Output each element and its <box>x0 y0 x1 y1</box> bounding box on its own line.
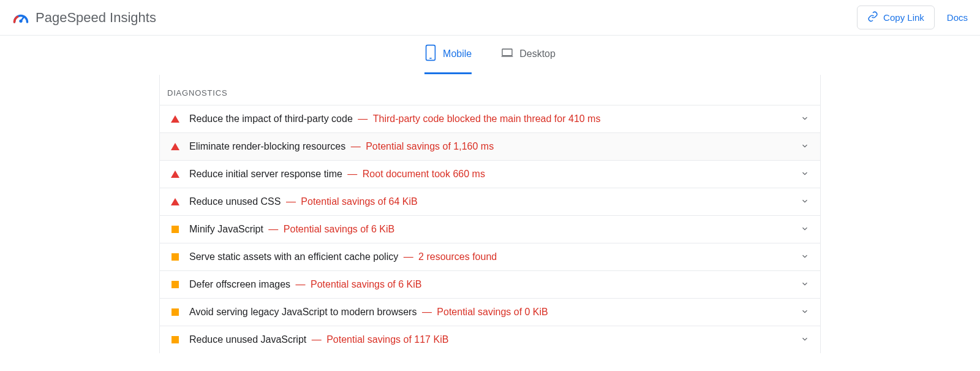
diagnostic-row[interactable]: Reduce the impact of third-party code — … <box>160 105 820 132</box>
diagnostic-text: Serve static assets with an efficient ca… <box>189 251 497 262</box>
header-left: PageSpeed Insights <box>12 9 156 26</box>
copy-link-label: Copy Link <box>883 12 924 23</box>
diagnostic-separator: — <box>293 279 308 289</box>
chevron-down-icon <box>801 252 809 262</box>
fail-triangle-icon <box>171 142 179 151</box>
desktop-icon <box>501 44 513 64</box>
chevron-down-icon <box>801 114 809 124</box>
diagnostic-text: Reduce unused JavaScript — Potential sav… <box>189 334 448 345</box>
fail-triangle-icon <box>171 197 179 206</box>
docs-link[interactable]: Docs <box>947 12 968 23</box>
diagnostic-text: Reduce initial server response time — Ro… <box>189 169 485 180</box>
warn-square-icon <box>171 225 179 234</box>
chevron-down-icon <box>801 197 809 207</box>
content-wrap: DIAGNOSTICS Reduce the impact of third-p… <box>0 75 980 353</box>
diagnostic-detail: 2 resources found <box>418 251 497 262</box>
fail-triangle-icon <box>171 115 179 123</box>
diagnostic-separator: — <box>309 334 324 345</box>
diagnostic-title: Minify JavaScript <box>189 224 263 234</box>
diagnostic-title: Avoid serving legacy JavaScript to moder… <box>189 307 417 317</box>
diagnostic-text: Defer offscreen images — Potential savin… <box>189 279 421 290</box>
chevron-down-icon <box>801 280 809 290</box>
device-tabs: Mobile Desktop <box>0 36 980 75</box>
diagnostics-list: Reduce the impact of third-party code — … <box>160 105 820 353</box>
diagnostic-text: Avoid serving legacy JavaScript to moder… <box>189 307 548 318</box>
chevron-down-icon <box>801 335 809 345</box>
diagnostic-text: Minify JavaScript — Potential savings of… <box>189 224 394 235</box>
tab-mobile[interactable]: Mobile <box>424 44 472 74</box>
diagnostic-text: Reduce the impact of third-party code — … <box>189 113 600 124</box>
diagnostic-detail: Third-party code blocked the main thread… <box>373 113 601 124</box>
warn-square-icon <box>171 280 179 289</box>
diagnostic-detail: Potential savings of 64 KiB <box>301 196 417 207</box>
fail-triangle-icon <box>171 170 179 178</box>
warn-square-icon <box>171 253 179 261</box>
diagnostic-row-left: Serve static assets with an efficient ca… <box>171 251 497 262</box>
diagnostic-title: Reduce initial server response time <box>189 169 342 179</box>
warn-square-icon <box>171 335 179 344</box>
diagnostic-row[interactable]: Reduce unused CSS — Potential savings of… <box>160 188 820 215</box>
diagnostic-row[interactable]: Avoid serving legacy JavaScript to moder… <box>160 298 820 326</box>
pagespeed-logo-icon <box>12 9 29 26</box>
diagnostic-text: Eliminate render-blocking resources — Po… <box>189 141 494 152</box>
diagnostic-separator: — <box>266 224 281 234</box>
tab-mobile-label: Mobile <box>443 48 472 59</box>
app-header: PageSpeed Insights Copy Link Docs <box>0 0 980 36</box>
diagnostic-detail: Potential savings of 6 KiB <box>311 279 421 289</box>
diagnostic-separator: — <box>355 113 371 124</box>
diagnostics-panel: DIAGNOSTICS Reduce the impact of third-p… <box>159 75 821 353</box>
diagnostic-separator: — <box>419 307 434 317</box>
diagnostic-row-left: Defer offscreen images — Potential savin… <box>171 279 421 290</box>
diagnostic-row[interactable]: Serve static assets with an efficient ca… <box>160 243 820 270</box>
diagnostic-row[interactable]: Defer offscreen images — Potential savin… <box>160 270 820 298</box>
diagnostic-detail: Potential savings of 6 KiB <box>284 224 394 234</box>
diagnostic-detail: Potential savings of 1,160 ms <box>366 141 494 151</box>
tab-desktop[interactable]: Desktop <box>501 44 556 74</box>
diagnostic-title: Reduce unused JavaScript <box>189 334 306 345</box>
diagnostic-title: Serve static assets with an efficient ca… <box>189 251 398 262</box>
link-icon <box>867 11 878 24</box>
diagnostic-separator: — <box>283 196 298 207</box>
diagnostic-title: Reduce unused CSS <box>189 196 281 207</box>
diagnostic-row[interactable]: Reduce unused JavaScript — Potential sav… <box>160 326 820 353</box>
svg-line-1 <box>21 17 24 21</box>
diagnostic-row-left: Minify JavaScript — Potential savings of… <box>171 224 394 235</box>
diagnostic-title: Defer offscreen images <box>189 279 290 289</box>
tab-desktop-label: Desktop <box>519 48 556 59</box>
diagnostic-separator: — <box>401 251 416 262</box>
chevron-down-icon <box>801 169 809 180</box>
diagnostic-detail: Potential savings of 0 KiB <box>437 307 548 317</box>
header-right: Copy Link Docs <box>857 6 968 29</box>
svg-rect-4 <box>502 49 512 56</box>
chevron-down-icon <box>801 224 809 235</box>
diagnostic-text: Reduce unused CSS — Potential savings of… <box>189 196 418 207</box>
diagnostic-detail: Root document took 660 ms <box>363 169 485 179</box>
chevron-down-icon <box>801 307 809 318</box>
app-title: PageSpeed Insights <box>36 10 156 26</box>
diagnostic-title: Eliminate render-blocking resources <box>189 141 345 151</box>
diagnostic-row[interactable]: Eliminate render-blocking resources — Po… <box>160 132 820 160</box>
diagnostic-row-left: Reduce unused CSS — Potential savings of… <box>171 196 418 207</box>
diagnostic-separator: — <box>348 141 363 151</box>
diagnostic-row[interactable]: Minify JavaScript — Potential savings of… <box>160 215 820 243</box>
diagnostic-row-left: Reduce initial server response time — Ro… <box>171 169 485 180</box>
diagnostic-row-left: Reduce the impact of third-party code — … <box>171 113 600 124</box>
diagnostic-detail: Potential savings of 117 KiB <box>326 334 448 345</box>
diagnostic-row-left: Eliminate render-blocking resources — Po… <box>171 141 494 152</box>
section-title: DIAGNOSTICS <box>160 75 820 105</box>
diagnostic-row-left: Reduce unused JavaScript — Potential sav… <box>171 334 448 345</box>
chevron-down-icon <box>801 142 809 152</box>
diagnostic-row-left: Avoid serving legacy JavaScript to moder… <box>171 307 548 318</box>
diagnostic-title: Reduce the impact of third-party code <box>189 113 353 124</box>
warn-square-icon <box>171 308 179 316</box>
mobile-icon <box>424 44 437 64</box>
diagnostic-row[interactable]: Reduce initial server response time — Ro… <box>160 160 820 188</box>
copy-link-button[interactable]: Copy Link <box>857 6 935 29</box>
diagnostic-separator: — <box>345 169 360 179</box>
